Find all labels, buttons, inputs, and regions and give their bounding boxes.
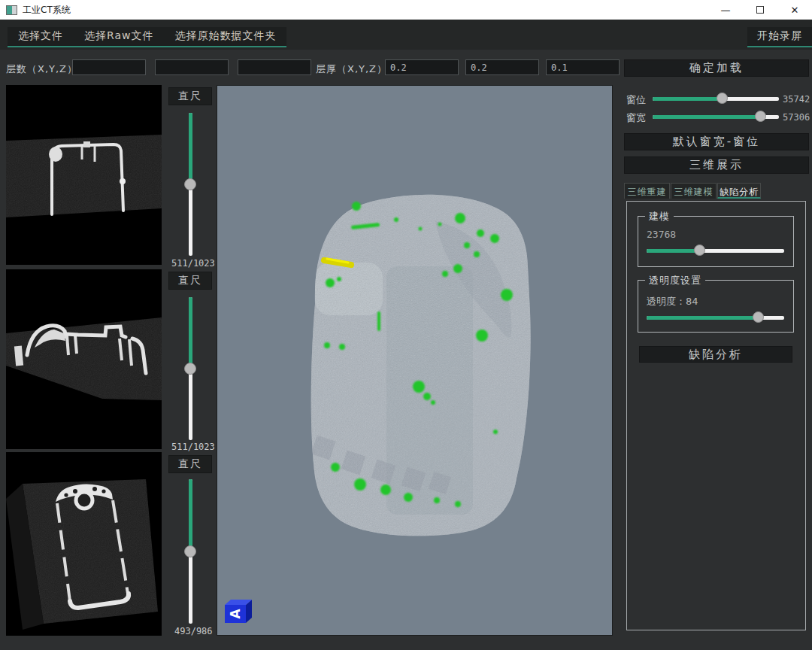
opacity-slider-thumb[interactable] (753, 311, 764, 323)
ruler-button-1[interactable]: 直尺 (168, 87, 212, 105)
window-level-slider[interactable] (653, 93, 779, 105)
slice-slider-3-thumb[interactable] (184, 545, 196, 557)
opacity-group-title: 透明度设置 (645, 274, 705, 287)
window-level-slider-thumb[interactable] (717, 93, 728, 104)
thickness-x-input[interactable] (385, 59, 459, 75)
toolbar: 选择文件 选择Raw文件 选择原始数据文件夹 开始录屏 (0, 20, 812, 50)
slice-view-yz (6, 452, 162, 636)
maximize-button[interactable] (743, 0, 777, 20)
modeling-slider-thumb[interactable] (694, 245, 705, 256)
select-file-button[interactable]: 选择文件 (8, 27, 74, 46)
default-window-button[interactable]: 默认窗宽-窗位 (624, 133, 809, 150)
file-button-group: 选择文件 选择Raw文件 选择原始数据文件夹 (8, 27, 286, 47)
slice-slider-2-thumb[interactable] (184, 363, 196, 375)
tab-defect-analysis[interactable]: 缺陷分析 (717, 183, 761, 199)
thickness-z-input[interactable] (546, 59, 620, 75)
minimize-button[interactable]: — (708, 0, 743, 20)
app-window: 工业CT系统 — ✕ 选择文件 选择Raw文件 选择原始数据文件夹 开始录屏 层… (0, 0, 812, 650)
confirm-load-button[interactable]: 确定加载 (624, 59, 809, 77)
modeling-slider[interactable] (647, 245, 784, 257)
tab-3d-modeling[interactable]: 三维建模 (671, 183, 717, 199)
axis-cube-icon: A (225, 600, 252, 623)
slice-view-xy (6, 85, 162, 265)
svg-text:A: A (228, 609, 243, 619)
slice-slider-1[interactable] (184, 113, 196, 256)
modeling-groupbox: 建模 (638, 216, 794, 267)
ruler-button-3[interactable]: 直尺 (168, 455, 212, 473)
layers-z-input[interactable] (238, 59, 311, 75)
start-record-button[interactable]: 开始录屏 (747, 27, 812, 47)
thickness-label: 层厚（X,Y,Z） (316, 62, 387, 76)
app-icon (6, 5, 17, 15)
modeling-group-title: 建模 (645, 210, 674, 223)
window-width-label: 窗宽 (626, 111, 646, 125)
slice-position-1: 511/1023 (171, 258, 215, 269)
window-width-value: 57306 (783, 112, 810, 123)
window-level-label: 窗位 (626, 93, 646, 107)
maximize-icon (756, 6, 764, 14)
layers-x-input[interactable] (72, 59, 146, 75)
close-button[interactable]: ✕ (777, 0, 812, 20)
3d-display-button[interactable]: 三维展示 (624, 156, 809, 174)
slice-position-2: 511/1023 (171, 442, 215, 452)
slice-slider-3[interactable] (184, 479, 196, 624)
slice-slider-1-thumb[interactable] (184, 178, 196, 190)
slice-position-3: 493/986 (174, 626, 213, 636)
window-title: 工业CT系统 (23, 4, 71, 17)
slice-view-xz (6, 269, 162, 449)
thickness-y-input[interactable] (465, 59, 539, 75)
3d-render: A (217, 86, 612, 635)
opacity-label: 透明度：84 (647, 295, 698, 308)
select-raw-folder-button[interactable]: 选择原始数据文件夹 (164, 27, 286, 46)
titlebar: 工业CT系统 — ✕ (0, 0, 812, 20)
opacity-slider[interactable] (647, 311, 784, 323)
select-raw-file-button[interactable]: 选择Raw文件 (74, 27, 164, 46)
layers-label: 层数（X,Y,Z） (6, 62, 77, 76)
window-level-value: 35742 (783, 94, 810, 105)
modeling-value: 23768 (647, 229, 676, 240)
tab-3d-reconstruction[interactable]: 三维重建 (624, 183, 670, 199)
slice-slider-2[interactable] (184, 297, 196, 440)
3d-viewport[interactable]: A (217, 85, 613, 636)
layers-y-input[interactable] (155, 59, 229, 75)
window-width-slider[interactable] (653, 111, 779, 123)
window-width-slider-thumb[interactable] (755, 111, 766, 122)
ruler-button-2[interactable]: 直尺 (168, 272, 212, 290)
defect-analysis-button[interactable]: 缺陷分析 (639, 346, 792, 363)
